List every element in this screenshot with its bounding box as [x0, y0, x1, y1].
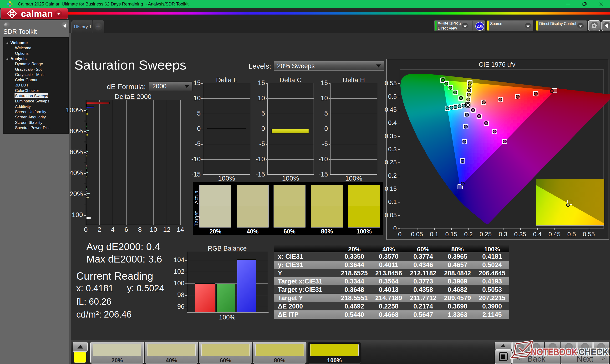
svg-text:CHECK: CHECK	[579, 346, 609, 358]
svg-text:NOTEBOOK: NOTEBOOK	[531, 346, 578, 358]
